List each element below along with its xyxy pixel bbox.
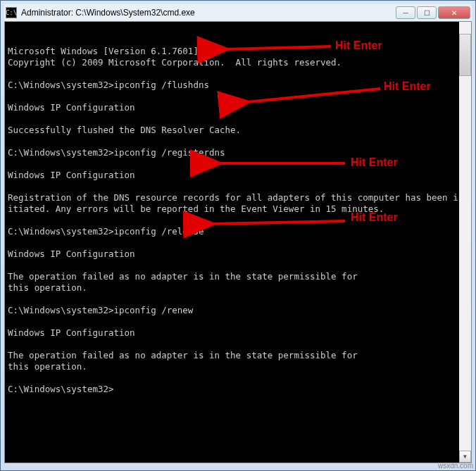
terminal-line: C:\Windows\system32> (8, 384, 468, 395)
terminal-line (8, 316, 468, 327)
cmd-icon: C:\ (6, 7, 17, 18)
window-title: Administrator: C:\Windows\System32\cmd.e… (21, 8, 396, 18)
terminal-line: Microsoft Windows [Version 6.1.7601] (8, 46, 468, 57)
terminal-line: Successfully flushed the DNS Resolver Ca… (8, 125, 468, 136)
terminal-line (8, 158, 468, 170)
terminal-line (8, 91, 468, 102)
watermark: wsxdn.com (438, 462, 473, 470)
terminal-line (8, 372, 468, 384)
scroll-down-button[interactable]: ▼ (459, 451, 471, 463)
terminal-line: Windows IP Configuration (8, 102, 468, 113)
cmd-window: C:\ Administrator: C:\Windows\System32\c… (0, 0, 476, 471)
terminal-line (8, 181, 468, 192)
terminal-line: Windows IP Configuration (8, 170, 468, 181)
scroll-thumb[interactable] (459, 34, 471, 76)
terminal-line (8, 215, 468, 226)
terminal-line (8, 113, 468, 125)
window-controls: ─ ☐ ✕ (396, 6, 470, 19)
minimize-button[interactable]: ─ (396, 6, 415, 19)
close-button[interactable]: ✕ (438, 6, 470, 19)
terminal-line: C:\Windows\system32>ipconfig /registerdn… (8, 147, 468, 158)
titlebar[interactable]: C:\ Administrator: C:\Windows\System32\c… (4, 4, 472, 21)
terminal-line (8, 260, 468, 271)
terminal-line: Copyright (c) 2009 Microsoft Corporation… (8, 57, 468, 68)
maximize-button[interactable]: ☐ (417, 6, 437, 19)
terminal-line: C:\Windows\system32>ipconfig /flushdns (8, 80, 468, 91)
terminal-line: C:\Windows\system32>ipconfig /renew (8, 305, 468, 316)
terminal-line: C:\Windows\system32>ipconfig /release (8, 226, 468, 237)
terminal-line: Windows IP Configuration (8, 327, 468, 339)
terminal-line (8, 68, 468, 80)
terminal-line: The operation failed as no adapter is in… (8, 271, 468, 282)
terminal-area[interactable]: Microsoft Windows [Version 6.1.7601]Copy… (4, 21, 472, 463)
terminal-line: this operation. (8, 361, 468, 372)
terminal-line: this operation. (8, 282, 468, 294)
terminal-line (8, 339, 468, 350)
terminal-line: Windows IP Configuration (8, 249, 468, 260)
terminal-line: The operation failed as no adapter is in… (8, 350, 468, 361)
scrollbar[interactable]: ▲ ▼ (459, 22, 471, 463)
terminal-line: Registration of the DNS resource records… (8, 192, 468, 215)
terminal-line (8, 294, 468, 305)
terminal-line (8, 136, 468, 147)
terminal-line (8, 237, 468, 249)
